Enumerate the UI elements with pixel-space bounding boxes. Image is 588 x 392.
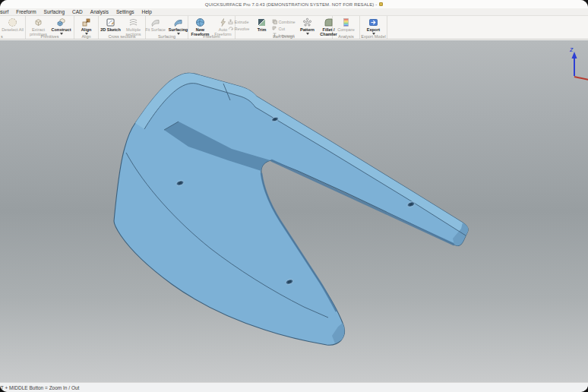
revolve-icon (228, 26, 233, 31)
export-button[interactable]: Export (362, 17, 385, 35)
trim-icon (257, 17, 267, 27)
2d-sketch-button[interactable]: 2D Sketch (100, 17, 122, 32)
trim-button[interactable]: Trim (252, 17, 272, 32)
pattern-button[interactable]: Pattern (298, 17, 318, 35)
sketch-pad-icon (106, 17, 115, 27)
new-freeform-icon (195, 17, 205, 27)
ribbon-group-selection: Deselect All s (0, 16, 26, 39)
menu-help[interactable]: Help (142, 9, 152, 14)
ribbon-group-align: Align Align (74, 16, 99, 39)
combine-button: Combine (272, 19, 298, 24)
menu-cad[interactable]: CAD (72, 9, 83, 14)
auto-freeform-icon (218, 17, 228, 27)
fit-surface-icon (150, 17, 160, 27)
quicksurface-window: QUICKSURFACE Pro 7.0.43 (DEMONSTRATION S… (0, 0, 588, 392)
x-axis-icon (574, 77, 588, 81)
deselect-all-button: Deselect All (2, 17, 24, 32)
ribbon-toolbar: Deselect All s Extract primitives Constr… (0, 16, 588, 40)
revolve-button: Revolve (228, 26, 252, 31)
ribbon-empty-space (387, 16, 588, 39)
part-design-stack-left: Extrude Revolve (228, 17, 252, 31)
menu-analysis[interactable]: Analysis (90, 9, 109, 14)
construct-button[interactable]: Construct (50, 17, 73, 35)
z-axis-label: z (569, 46, 574, 53)
align-icon (81, 17, 91, 27)
status-bar: SHIFT + MIDDLE Button = Zoom In / Out (0, 382, 588, 392)
cad-model (0, 40, 588, 382)
document-icon (379, 2, 383, 6)
window-title: QUICKSURFACE Pro 7.0.43 (DEMONSTRATION S… (205, 2, 378, 7)
align-button[interactable]: Align (75, 17, 98, 35)
menu-freeform[interactable]: Freeform (16, 9, 36, 14)
export-icon (368, 17, 378, 27)
construct-cubes-icon (56, 17, 66, 27)
surfacing-patch-icon (173, 17, 183, 27)
extrude-button: Extrude (228, 19, 252, 24)
fit-surface-button: Fit Surface (144, 17, 167, 32)
combine-icon (272, 19, 277, 24)
extract-primitives-icon (33, 17, 43, 27)
surfacing-button[interactable]: Surfacing (167, 17, 190, 35)
pattern-icon (302, 17, 312, 27)
ribbon-group-primitives: Extract primitives Construct Primitives (26, 16, 74, 39)
menu-bar: Autosurf Freeform Surfacing CAD Analysis… (0, 8, 588, 16)
menu-surfacing[interactable]: Surfacing (44, 9, 65, 14)
ribbon-group-cross-sections: 2D Sketch Multiple sections Cross sectio… (99, 16, 146, 39)
ribbon-group-export-model: Export Export Model (360, 16, 387, 39)
compare-icon (341, 17, 351, 27)
ribbon-group-part-design: Extrude Revolve Trim Combine (236, 16, 333, 39)
title-bar: QUICKSURFACE Pro 7.0.43 (DEMONSTRATION S… (0, 0, 588, 8)
extrude-icon (228, 19, 233, 24)
axis-triad: z (564, 44, 588, 84)
menu-settings[interactable]: Settings (116, 9, 134, 14)
ribbon-group-surfacing: Fit Surface Surfacing Surfacing (146, 16, 188, 39)
multiple-sections-icon (128, 17, 138, 27)
ribbon-group-analysis: Compare Analysis (333, 16, 360, 39)
3d-viewport[interactable]: z (0, 40, 588, 382)
deselect-circle-icon (8, 17, 17, 27)
menu-autosurf[interactable]: Autosurf (0, 9, 8, 14)
compare-button: Compare (335, 17, 358, 32)
cut-icon (272, 26, 277, 31)
mouse-hint-text: SHIFT + MIDDLE Button = Zoom In / Out (0, 385, 79, 390)
cut-button: Cut (272, 26, 298, 31)
